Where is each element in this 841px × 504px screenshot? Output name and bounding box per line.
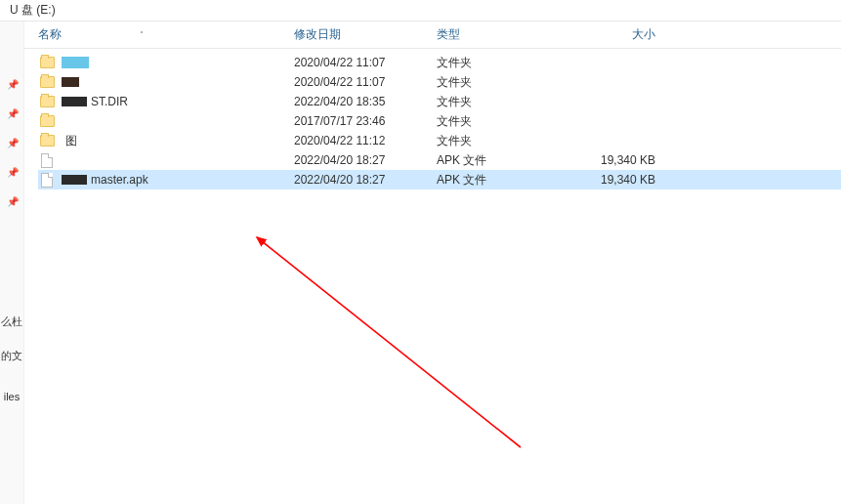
sidebar-fragment: iles <box>4 390 21 404</box>
pin-icon: 📌 <box>7 168 17 178</box>
file-date-cell: 2020/04/22 11:12 <box>294 134 437 147</box>
column-header-name[interactable]: 名称 ˄ <box>38 26 294 43</box>
column-label: 大小 <box>632 26 655 43</box>
svg-line-1 <box>257 237 521 447</box>
file-icon <box>38 172 56 188</box>
file-date-cell: 2022/04/20 18:27 <box>294 153 437 167</box>
column-header-type[interactable]: 类型 <box>437 26 566 43</box>
file-name-cell <box>38 152 294 168</box>
file-icon <box>38 152 56 168</box>
file-name-cell <box>38 55 294 70</box>
file-date-cell: 2020/04/22 11:07 <box>294 56 437 69</box>
file-row[interactable]: 2017/07/17 23:46文件夹 <box>38 111 841 131</box>
rows-container: 2020/04/22 11:07文件夹2020/04/22 11:07文件夹ST… <box>24 49 841 189</box>
sidebar-fragment: 的文 <box>1 349 22 363</box>
file-type-cell: APK 文件 <box>437 172 566 189</box>
folder-icon <box>38 94 56 109</box>
file-row[interactable]: 2020/04/22 11:07文件夹 <box>38 72 841 92</box>
file-name-cell <box>38 113 294 129</box>
file-type-cell: 文件夹 <box>437 133 566 149</box>
redaction-block <box>62 57 89 68</box>
column-header-size[interactable]: 大小 <box>566 26 673 43</box>
file-name-cell: master.apk <box>38 172 294 188</box>
quick-access-strip: 📌 📌 📌 📌 📌 么杜 的文 iles <box>0 21 24 504</box>
redaction-block <box>62 77 79 87</box>
folder-icon <box>38 55 56 70</box>
file-row[interactable]: ST.DIR2022/04/20 18:35文件夹 <box>38 92 841 111</box>
file-list-area: 名称 ˄ 修改日期 类型 大小 2020/04/22 11:07文件夹2020/… <box>24 21 841 504</box>
column-label: 名称 <box>38 26 62 43</box>
file-name-label: master.apk <box>91 173 148 187</box>
file-row[interactable]: 2020/04/22 11:07文件夹 <box>38 53 841 72</box>
file-type-cell: 文件夹 <box>437 94 566 110</box>
file-row[interactable]: 图2020/04/22 11:12文件夹 <box>38 131 841 150</box>
file-row[interactable]: master.apk2022/04/20 18:27APK 文件19,340 K… <box>38 170 841 189</box>
file-date-cell: 2020/04/22 11:07 <box>294 75 437 89</box>
file-type-cell: 文件夹 <box>437 113 566 130</box>
column-label: 类型 <box>437 26 460 43</box>
file-row[interactable]: 2022/04/20 18:27APK 文件19,340 KB <box>38 150 841 170</box>
pin-icon: 📌 <box>7 109 17 119</box>
file-date-cell: 2017/07/17 23:46 <box>294 114 437 128</box>
file-explorer-window: U 盘 (E:) 📌 📌 📌 📌 📌 么杜 的文 iles 名称 ˄ 修改日期 <box>0 0 841 504</box>
file-name-label: 图 <box>65 133 77 149</box>
sort-ascending-icon: ˄ <box>140 30 144 39</box>
pin-icon: 📌 <box>7 139 17 148</box>
pin-icon: 📌 <box>7 80 17 90</box>
redaction-block <box>62 175 87 185</box>
folder-icon <box>38 133 56 148</box>
file-name-cell: ST.DIR <box>38 94 294 109</box>
column-header-row: 名称 ˄ 修改日期 类型 大小 <box>24 21 841 49</box>
file-name-label: ST.DIR <box>91 95 128 108</box>
file-type-cell: 文件夹 <box>437 55 566 71</box>
pin-icon: 📌 <box>7 197 17 207</box>
file-name-cell <box>38 74 294 90</box>
file-date-cell: 2022/04/20 18:35 <box>294 95 437 108</box>
window-title: U 盘 (E:) <box>10 2 56 19</box>
folder-icon <box>38 74 56 90</box>
column-label: 修改日期 <box>294 26 341 43</box>
body-area: 📌 📌 📌 📌 📌 么杜 的文 iles 名称 ˄ 修改日期 类型 <box>0 21 841 504</box>
title-bar: U 盘 (E:) <box>0 0 841 21</box>
column-header-date[interactable]: 修改日期 <box>294 26 437 43</box>
file-date-cell: 2022/04/20 18:27 <box>294 173 437 187</box>
file-type-cell: 文件夹 <box>437 74 566 91</box>
redaction-block <box>62 156 83 164</box>
redaction-block <box>62 97 87 106</box>
file-size-cell: 19,340 KB <box>566 173 673 187</box>
folder-icon <box>38 113 56 129</box>
file-name-cell: 图 <box>38 133 294 149</box>
sidebar-fragment: 么杜 <box>1 315 22 329</box>
file-type-cell: APK 文件 <box>437 152 566 169</box>
file-size-cell: 19,340 KB <box>566 153 673 167</box>
